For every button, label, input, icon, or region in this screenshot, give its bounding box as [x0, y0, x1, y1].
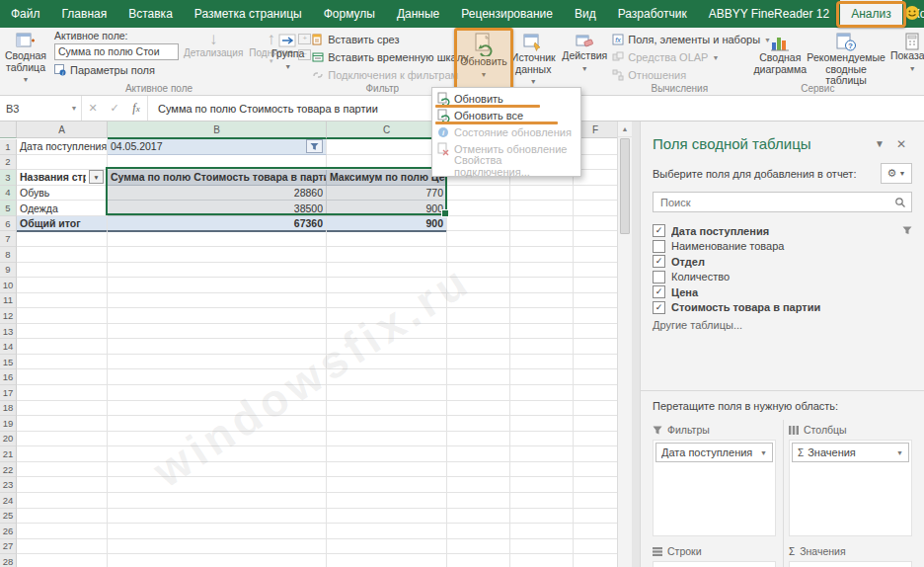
cell-F9[interactable] [574, 263, 618, 279]
cell-C6[interactable]: 900 [327, 216, 447, 233]
cell-C10[interactable] [327, 278, 447, 293]
cell-B23[interactable] [108, 477, 327, 493]
cell-D17[interactable] [447, 385, 510, 401]
row-header-21[interactable]: 21 [0, 446, 17, 462]
row-header-17[interactable]: 17 [0, 385, 17, 401]
cell-D6[interactable] [447, 216, 510, 232]
cell-E13[interactable] [510, 324, 574, 340]
row-header-26[interactable]: 26 [0, 524, 17, 539]
cell-A4[interactable]: Обувь [17, 186, 108, 202]
cell-E10[interactable] [510, 278, 574, 293]
field-checkbox[interactable] [653, 271, 665, 284]
cell-E17[interactable] [510, 385, 574, 401]
cell-A3[interactable]: Названия строк▼ [17, 170, 108, 186]
name-box[interactable]: B3 [0, 96, 67, 121]
cell-D21[interactable] [447, 446, 510, 462]
cell-F21[interactable] [574, 446, 618, 462]
row-header-6[interactable]: 6 [0, 216, 17, 232]
cell-B9[interactable] [108, 263, 327, 279]
cell-E24[interactable] [510, 493, 574, 509]
row-header-4[interactable]: 4 [0, 186, 17, 202]
cell-C4[interactable]: 770 [327, 186, 447, 202]
cell-A18[interactable] [17, 401, 108, 417]
cell-C11[interactable] [327, 293, 447, 309]
cell-B8[interactable] [108, 247, 327, 263]
group-button[interactable]: Группа ▼ [270, 30, 306, 75]
row-header-16[interactable]: 16 [0, 369, 17, 385]
cell-D11[interactable] [447, 293, 510, 309]
field-row-наименование-товара[interactable]: Наименование товара [653, 239, 912, 255]
cell-F27[interactable] [574, 539, 618, 555]
cell-A2[interactable] [17, 155, 108, 171]
cell-A12[interactable] [17, 308, 108, 324]
cell-E18[interactable] [510, 401, 574, 417]
cell-A20[interactable] [17, 432, 108, 447]
cell-D4[interactable] [447, 186, 510, 202]
row-header-2[interactable]: 2 [0, 155, 17, 171]
cell-B1[interactable]: 04.05.2017 [108, 139, 327, 155]
row-header-9[interactable]: 9 [0, 263, 17, 279]
field-checkbox[interactable] [653, 240, 665, 253]
row-header-8[interactable]: 8 [0, 247, 17, 263]
cell-grid[interactable]: ABCDEF1Дата поступления04.05.201723Назва… [0, 122, 617, 567]
column-header-A[interactable]: A [17, 122, 108, 138]
cell-A7[interactable] [17, 231, 108, 247]
cancel-entry-icon[interactable]: ✕ [82, 102, 104, 115]
row-labels-dropdown-icon[interactable]: ▼ [89, 170, 104, 184]
field-search-input[interactable] [658, 196, 894, 209]
cell-B27[interactable] [108, 539, 327, 555]
tab-Разработчик[interactable]: Разработчик [607, 0, 698, 28]
cell-F19[interactable] [574, 416, 618, 432]
cell-D5[interactable] [447, 201, 510, 216]
cell-B19[interactable] [108, 416, 327, 432]
cell-E14[interactable] [510, 339, 574, 355]
cell-D16[interactable] [447, 369, 510, 385]
row-header-11[interactable]: 11 [0, 293, 17, 309]
menu-item-обновить-все[interactable]: Обновить все [432, 107, 580, 123]
field-checkbox[interactable]: ✓ [653, 285, 665, 298]
cell-D26[interactable] [447, 524, 510, 539]
cell-A9[interactable] [17, 263, 108, 279]
cell-F14[interactable] [574, 339, 618, 355]
cell-C12[interactable] [327, 308, 447, 324]
cell-F24[interactable] [574, 493, 618, 509]
filter-group-item[interactable]: Вставить срез [312, 32, 452, 47]
cell-A11[interactable] [17, 293, 108, 309]
cell-F10[interactable] [574, 278, 618, 293]
cell-A28[interactable] [17, 554, 108, 567]
row-header-27[interactable]: 27 [0, 539, 17, 555]
cell-E20[interactable] [510, 432, 574, 447]
show-button[interactable]: Показать ▼ [888, 30, 924, 77]
cell-F6[interactable] [574, 216, 618, 232]
pivot-table-button[interactable]: Сводная таблица ▼ [3, 30, 48, 89]
cell-F7[interactable] [574, 231, 618, 247]
row-header-1[interactable]: 1 [0, 139, 17, 155]
tab-ABBYY FineReader 12[interactable]: ABBYY FineReader 12 [698, 0, 841, 28]
cell-A8[interactable] [17, 247, 108, 263]
field-chip[interactable]: Дата поступления ▼ [655, 443, 773, 462]
cell-E26[interactable] [510, 524, 574, 539]
cell-E23[interactable] [510, 477, 574, 493]
cell-C9[interactable] [327, 263, 447, 279]
field-row-дата-поступления[interactable]: ✓Дата поступления [653, 223, 912, 239]
row-header-23[interactable]: 23 [0, 477, 17, 493]
cell-F15[interactable] [574, 355, 618, 370]
cell-B3[interactable]: Сумма по полю Стоимость товара в партии [108, 170, 327, 186]
applied-filter-icon[interactable] [306, 139, 323, 153]
cell-A26[interactable] [17, 524, 108, 539]
cell-E5[interactable] [510, 201, 574, 216]
cell-E27[interactable] [510, 539, 574, 555]
column-header-B[interactable]: B [108, 122, 327, 139]
filter-group-item[interactable]: Вставить временную шкалу [312, 49, 452, 65]
cell-E9[interactable] [510, 263, 574, 279]
cell-A13[interactable] [17, 324, 108, 340]
tab-Вид[interactable]: Вид [564, 0, 607, 28]
cell-C19[interactable] [327, 416, 447, 432]
cell-F8[interactable] [574, 247, 618, 263]
cell-B14[interactable] [108, 339, 327, 355]
cell-B26[interactable] [108, 524, 327, 539]
cell-E22[interactable] [510, 462, 574, 478]
change-data-source-button[interactable]: Источник данных ▼ [509, 30, 558, 91]
cell-F20[interactable] [574, 432, 618, 447]
select-all-corner[interactable] [0, 122, 17, 138]
